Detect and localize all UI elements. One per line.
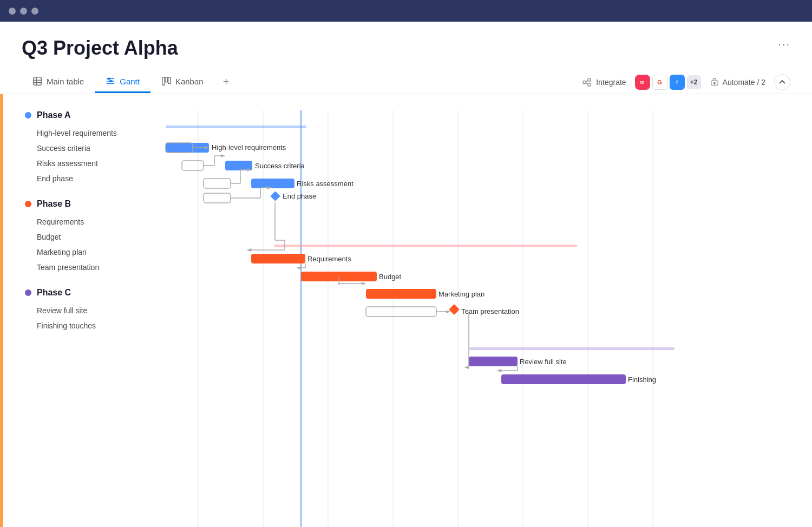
integrate-label: Integrate (596, 78, 626, 87)
monday-badge[interactable]: m (635, 75, 650, 90)
phase-a-title: Phase A (37, 110, 71, 120)
kanban-icon (161, 76, 171, 86)
svg-rect-11 (168, 77, 171, 84)
svg-rect-43 (251, 179, 294, 188)
svg-point-13 (588, 78, 591, 81)
gmail-badge[interactable]: G (652, 75, 667, 90)
add-view-button[interactable]: + (214, 70, 238, 94)
phase-group-a: Phase A High-level requirements Success … (25, 110, 144, 186)
svg-rect-48 (270, 191, 280, 201)
automate-label: Automate / 2 (723, 78, 765, 87)
svg-rect-7 (108, 78, 110, 80)
svg-point-12 (583, 81, 586, 83)
more-options-button[interactable]: ··· (778, 38, 790, 50)
label-review-full-site: Review full site (520, 358, 567, 366)
traffic-light-red[interactable] (9, 8, 16, 15)
svg-rect-64 (469, 357, 518, 366)
task-team-presentation[interactable]: Team presentation (25, 260, 144, 275)
svg-rect-29 (274, 245, 577, 247)
svg-rect-61 (366, 307, 436, 317)
label-success-criteria: Success criteria (255, 162, 305, 170)
badge-count[interactable]: +2 (687, 75, 701, 89)
header: Q3 Project Alpha ··· Main table (0, 22, 812, 94)
content-area: Phase A High-level requirements Success … (0, 94, 812, 527)
page-title: Q3 Project Alpha (22, 37, 790, 60)
tabs-left: Main table Gantt (22, 70, 238, 94)
tab-gantt-label: Gantt (120, 77, 140, 86)
phase-b-title: Phase B (37, 199, 71, 209)
tab-main-table[interactable]: Main table (22, 71, 95, 93)
label-budget: Budget (379, 273, 402, 281)
svg-rect-8 (109, 80, 112, 82)
svg-rect-30 (469, 347, 675, 350)
phase-a-header: Phase A (25, 110, 144, 120)
label-finishing: Finishing (628, 376, 656, 384)
svg-rect-10 (165, 77, 168, 82)
label-requirements: Requirements (307, 255, 351, 263)
tabs-row: Main table Gantt (22, 70, 790, 94)
phase-c-header: Phase C (25, 288, 144, 298)
window-chrome (0, 0, 812, 22)
svg-rect-38 (225, 161, 252, 170)
automate-button[interactable]: Automate / 2 (710, 77, 765, 87)
chevron-up-icon (778, 78, 786, 86)
phase-a-dot (25, 112, 31, 118)
task-list: Phase A High-level requirements Success … (3, 110, 155, 527)
integrate-button[interactable]: Integrate (582, 77, 626, 87)
svg-line-15 (586, 80, 588, 82)
svg-rect-44 (204, 193, 231, 203)
svg-point-18 (713, 82, 715, 84)
task-risks-assessment[interactable]: Risks assessment (25, 156, 144, 171)
task-review-full-site[interactable]: Review full site (25, 303, 144, 318)
svg-rect-9 (162, 77, 165, 85)
phase-b-dot (25, 201, 31, 207)
label-marketing-plan: Marketing plan (438, 290, 484, 298)
phase-c-dot (25, 289, 31, 296)
task-success-criteria[interactable]: Success criteria (25, 141, 144, 156)
tabs-right: Integrate m G Z +2 (582, 74, 790, 90)
task-finishing-touches[interactable]: Finishing touches (25, 318, 144, 333)
collapse-button[interactable] (774, 74, 790, 90)
svg-rect-32 (166, 143, 193, 153)
task-requirements[interactable]: Requirements (25, 214, 144, 229)
phase-group-c: Phase C Review full site Finishing touch… (25, 288, 144, 333)
label-team-presentation: Team presentation (461, 307, 519, 315)
gantt-icon (106, 76, 115, 86)
gantt-chart: High-level requirements Success criteria (155, 110, 812, 527)
label-end-phase: End phase (283, 192, 316, 200)
gantt-area: High-level requirements Success criteria (155, 110, 812, 527)
phase-group-b: Phase B Requirements Budget Marketing pl… (25, 199, 144, 275)
tab-kanban[interactable]: Kanban (150, 71, 214, 93)
app-container: Q3 Project Alpha ··· Main table (0, 22, 812, 527)
task-budget[interactable]: Budget (25, 229, 144, 245)
svg-rect-65 (501, 374, 626, 384)
traffic-light-green[interactable] (31, 8, 38, 15)
task-high-level-req[interactable]: High-level requirements (25, 126, 144, 141)
svg-rect-0 (34, 77, 41, 85)
zoom-badge[interactable]: Z (670, 75, 685, 90)
task-marketing-plan[interactable]: Marketing plan (25, 245, 144, 260)
table-icon (32, 76, 42, 86)
tab-kanban-label: Kanban (175, 77, 204, 86)
svg-rect-27 (166, 126, 306, 128)
svg-line-16 (586, 82, 588, 84)
tab-gantt[interactable]: Gantt (95, 71, 150, 93)
svg-rect-57 (366, 289, 436, 299)
main-content: Phase A High-level requirements Success … (3, 94, 812, 527)
svg-rect-34 (182, 161, 204, 170)
svg-rect-49 (251, 254, 305, 264)
automate-icon (710, 77, 719, 87)
tab-main-table-label: Main table (47, 77, 84, 86)
phase-b-header: Phase B (25, 199, 144, 209)
svg-point-14 (588, 83, 591, 85)
label-high-level-req: High-level requirements (212, 143, 286, 151)
svg-rect-39 (204, 179, 231, 188)
traffic-light-yellow[interactable] (20, 8, 27, 15)
app-badges: m G Z +2 (635, 75, 701, 90)
label-risks-assessment: Risks assessment (297, 180, 353, 188)
task-end-phase[interactable]: End phase (25, 171, 144, 186)
integrate-icon (582, 77, 592, 87)
phase-c-title: Phase C (37, 288, 71, 298)
